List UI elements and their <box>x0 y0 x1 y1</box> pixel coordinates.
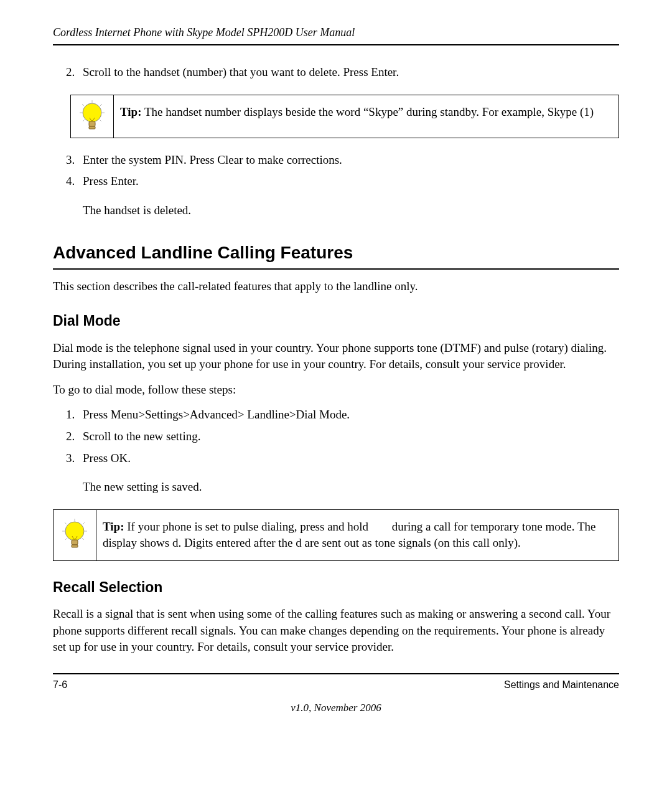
intro-paragraph: This section describes the call-related … <box>53 278 619 295</box>
svg-line-16 <box>65 538 67 540</box>
page-header: Cordless Internet Phone with Skype Model… <box>53 25 619 45</box>
svg-rect-8 <box>89 121 95 126</box>
tip-label: Tip: <box>120 105 142 118</box>
svg-line-6 <box>83 120 85 121</box>
svg-line-12 <box>65 522 67 524</box>
step-item: Press OK. <box>78 450 619 467</box>
step-item: Enter the system PIN. Press Clear to mak… <box>78 152 619 169</box>
svg-point-0 <box>83 103 101 122</box>
subsection-heading: Recall Selection <box>53 577 619 597</box>
svg-line-3 <box>100 104 102 106</box>
svg-line-7 <box>100 120 101 121</box>
svg-rect-19 <box>72 545 78 547</box>
ordered-steps-b: Enter the system PIN. Press Clear to mak… <box>53 152 619 190</box>
lightbulb-icon <box>54 510 96 560</box>
dialmode-lead: To go to dial mode, follow these steps: <box>53 382 619 399</box>
ordered-steps-c: Press Menu>Settings>Advanced> Landline>D… <box>53 407 619 466</box>
lightbulb-icon <box>71 95 114 138</box>
section-heading: Advanced Landline Calling Features <box>53 240 619 270</box>
svg-point-10 <box>65 522 84 540</box>
tip-body-a: If your phone is set to pulse dialing, p… <box>127 520 371 533</box>
tip-text: Tip: The handset number displays beside … <box>114 95 602 138</box>
step-item: Scroll to the handset (number) that you … <box>78 64 619 81</box>
ordered-steps-a: Scroll to the handset (number) that you … <box>53 64 619 81</box>
subsection-heading: Dial Mode <box>53 311 619 331</box>
svg-rect-18 <box>72 540 78 545</box>
tip-body: The handset number displays beside the w… <box>144 105 594 118</box>
svg-line-17 <box>82 538 84 540</box>
footer-section: Settings and Maintenance <box>504 678 619 692</box>
tip-text: Tip: If your phone is set to pulse diali… <box>96 510 618 560</box>
result-text: The handset is deleted. <box>83 202 619 219</box>
page-footer: 7-6 Settings and Maintenance <box>53 673 619 692</box>
step-item: Press Menu>Settings>Advanced> Landline>D… <box>78 407 619 423</box>
recall-paragraph: Recall is a signal that is sent when usi… <box>53 606 619 656</box>
tip-label: Tip: <box>103 520 124 533</box>
result-text: The new setting is saved. <box>83 479 619 496</box>
svg-line-13 <box>83 522 85 524</box>
tip-box-2: Tip: If your phone is set to pulse diali… <box>53 509 619 561</box>
step-item: Scroll to the new setting. <box>78 428 619 445</box>
svg-rect-9 <box>89 126 95 129</box>
page-number: 7-6 <box>53 678 67 692</box>
dialmode-paragraph: Dial mode is the telephone signal used i… <box>53 340 619 373</box>
svg-line-2 <box>82 104 84 106</box>
tip-box-1: Tip: The handset number displays beside … <box>70 95 619 138</box>
version-line: v1.0, November 2006 <box>53 701 619 715</box>
step-item: Press Enter. <box>78 173 619 190</box>
